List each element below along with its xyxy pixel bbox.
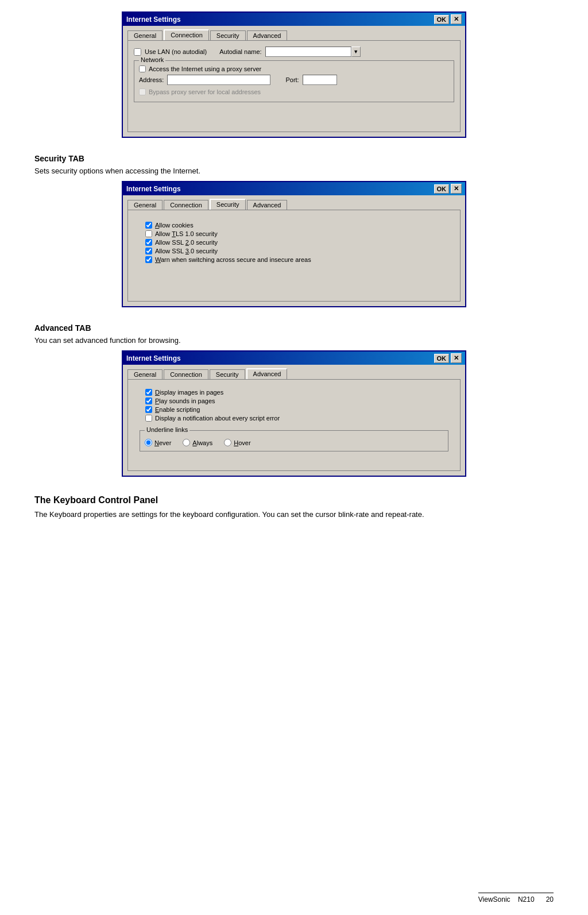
underline-links-group-box: Underline links Never Always <box>140 430 448 451</box>
security-checkbox-row-4: Warn when switching across secure and in… <box>145 256 443 263</box>
tab-security-2[interactable]: Security <box>210 199 246 210</box>
advanced-checkbox-row-1: Play sounds in pages <box>145 397 443 404</box>
tab-general-2[interactable]: General <box>127 200 163 210</box>
footer-brand: ViewSonic <box>478 895 510 904</box>
footer-divider <box>478 893 554 893</box>
radio-always: Always <box>183 439 212 446</box>
autodial-name-input[interactable] <box>265 47 351 57</box>
connection-dialog: Internet Settings OK ✕ General Connectio… <box>122 11 466 138</box>
security-checkbox-row-2: Allow SSL 2.0 security <box>145 239 443 246</box>
autodial-dropdown-container: ▼ <box>265 47 361 57</box>
use-lan-label: Use LAN (no autodial) <box>145 48 207 55</box>
advanced-dialog-body: General Connection Security Advanced Dis… <box>123 365 465 476</box>
allow-ssl2-label: Allow SSL 2.0 security <box>155 239 218 246</box>
footer-page-number: 20 <box>546 895 554 904</box>
display-images-checkbox[interactable] <box>145 389 152 396</box>
port-input[interactable] <box>303 75 337 85</box>
underline-links-group-label: Underline links <box>145 426 189 433</box>
security-checkbox-row-3: Allow SSL 3.0 security <box>145 248 443 254</box>
radio-hover-label: Hover <box>234 439 250 446</box>
advanced-checkboxes-container: Display images in pages Play sounds in p… <box>134 385 454 427</box>
tab-advanced-1[interactable]: Advanced <box>247 30 288 40</box>
tab-security-1[interactable]: Security <box>210 30 246 40</box>
footer-model: N210 <box>518 895 535 904</box>
tab-general-3[interactable]: General <box>127 369 163 379</box>
advanced-close-button[interactable]: ✕ <box>451 353 462 363</box>
advanced-checkbox-row-0: Display images in pages <box>145 389 443 396</box>
play-sounds-checkbox[interactable] <box>145 397 152 404</box>
advanced-tab-heading: Advanced TAB <box>34 323 554 333</box>
use-lan-checkbox[interactable] <box>134 48 141 56</box>
address-input[interactable] <box>167 75 270 85</box>
security-ok-button[interactable]: OK <box>434 184 450 194</box>
tab-security-3[interactable]: Security <box>210 369 245 379</box>
advanced-tab-bar: General Connection Security Advanced <box>127 368 461 379</box>
connection-dialog-title-bar: Internet Settings OK ✕ <box>123 13 465 26</box>
keyboard-desc: The Keyboard properties are settings for… <box>34 509 554 520</box>
keyboard-heading: The Keyboard Control Panel <box>34 495 554 505</box>
bypass-proxy-row: Bypass proxy server for local addresses <box>139 88 449 95</box>
security-dialog-wrapper: Internet Settings OK ✕ General Connectio… <box>122 181 466 307</box>
radio-hover-input[interactable] <box>224 439 231 446</box>
allow-ssl3-checkbox[interactable] <box>145 248 152 254</box>
enable-scripting-checkbox[interactable] <box>145 406 152 413</box>
address-label: Address: <box>139 76 164 83</box>
security-close-button[interactable]: ✕ <box>451 184 462 194</box>
radio-never: Never <box>145 439 171 446</box>
radio-never-label: Never <box>154 439 171 446</box>
bypass-proxy-checkbox[interactable] <box>139 88 146 95</box>
radio-hover: Hover <box>224 439 250 446</box>
allow-ssl2-checkbox[interactable] <box>145 239 152 246</box>
radio-always-input[interactable] <box>183 439 190 446</box>
allow-tls-checkbox[interactable] <box>145 230 152 237</box>
advanced-dialog-wrapper: Internet Settings OK ✕ General Connectio… <box>122 350 466 477</box>
display-notification-label: Display a notification about every scrip… <box>155 415 280 422</box>
enable-scripting-label: Enable scripting <box>155 406 200 413</box>
advanced-tab-content: Display images in pages Play sounds in p… <box>127 379 461 471</box>
use-lan-row: Use LAN (no autodial) Autodial name: ▼ <box>134 47 454 57</box>
tab-advanced-2[interactable]: Advanced <box>247 200 288 210</box>
security-checkbox-row-0: Allow cookies <box>145 222 443 229</box>
tab-connection-3[interactable]: Connection <box>164 369 208 379</box>
network-group-box: Network Access the Internet using a prox… <box>134 60 454 102</box>
page-footer: ViewSonic N210 20 <box>478 893 554 904</box>
autodial-dropdown-button[interactable]: ▼ <box>351 47 361 57</box>
proxy-label: Access the Internet using a proxy server <box>149 65 261 72</box>
security-dialog-body: General Connection Security Advanced All… <box>123 195 465 306</box>
port-label: Port: <box>285 76 299 83</box>
connection-tab-bar: General Connection Security Advanced <box>127 29 461 40</box>
advanced-tab-desc: You can set advanced function for browsi… <box>34 336 554 345</box>
tab-general-1[interactable]: General <box>127 30 163 40</box>
connection-dialog-title: Internet Settings <box>126 16 181 24</box>
advanced-dialog: Internet Settings OK ✕ General Connectio… <box>122 350 466 477</box>
advanced-checkbox-row-2: Enable scripting <box>145 406 443 413</box>
connection-dialog-wrapper: Internet Settings OK ✕ General Connectio… <box>122 11 466 138</box>
proxy-checkbox[interactable] <box>139 65 146 72</box>
underline-links-radio-group: Never Always Hover <box>145 439 443 446</box>
security-tab-bar: General Connection Security Advanced <box>127 199 461 210</box>
allow-ssl3-label: Allow SSL 3.0 security <box>155 248 218 254</box>
security-tab-desc: Sets security options when accessing the… <box>34 167 554 175</box>
tab-connection-1[interactable]: Connection <box>164 29 209 40</box>
connection-dialog-body: General Connection Security Advanced Use… <box>123 26 465 137</box>
allow-cookies-checkbox[interactable] <box>145 222 152 229</box>
warn-switching-checkbox[interactable] <box>145 256 152 263</box>
connection-close-button[interactable]: ✕ <box>451 14 462 24</box>
radio-always-label: Always <box>192 439 212 446</box>
tab-advanced-3[interactable]: Advanced <box>246 368 288 379</box>
autodial-name-label: Autodial name: <box>219 48 261 55</box>
proxy-checkbox-row: Access the Internet using a proxy server <box>139 65 449 72</box>
tab-connection-2[interactable]: Connection <box>164 200 208 210</box>
security-checkboxes-container: Allow cookies Allow TLS 1.0 security All… <box>134 216 454 271</box>
allow-cookies-label: Allow cookies <box>155 222 194 229</box>
display-images-label: Display images in pages <box>155 389 223 396</box>
display-notification-checkbox[interactable] <box>145 415 152 422</box>
advanced-dialog-title: Internet Settings <box>126 354 181 362</box>
advanced-dialog-title-bar: Internet Settings OK ✕ <box>123 352 465 365</box>
advanced-ok-button[interactable]: OK <box>434 354 450 363</box>
radio-never-input[interactable] <box>145 439 152 446</box>
network-group-label: Network <box>139 56 165 63</box>
warn-switching-label: Warn when switching across secure and in… <box>155 256 311 263</box>
connection-tab-content: Use LAN (no autodial) Autodial name: ▼ N… <box>127 40 461 132</box>
connection-ok-button[interactable]: OK <box>434 15 450 24</box>
